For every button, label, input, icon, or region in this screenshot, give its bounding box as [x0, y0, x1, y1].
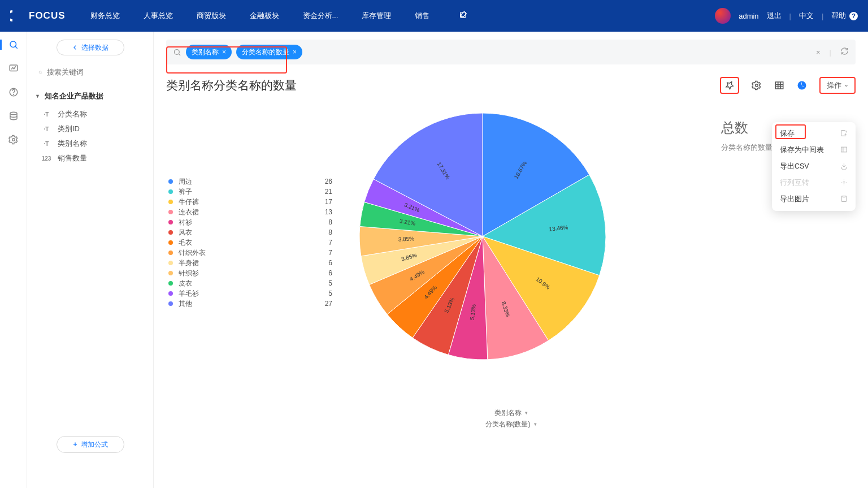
search-icon: [38, 68, 42, 76]
chevron-down-icon: ▾: [525, 407, 528, 418]
nav-links: 财务总览 人事总览 商贸版块 金融板块 资金分析... 库存管理 销售: [90, 11, 468, 21]
legend-item[interactable]: 周边26: [168, 176, 332, 187]
legend-dot: [168, 230, 173, 235]
legend-item[interactable]: 针织外衣7: [168, 248, 332, 258]
axis-row[interactable]: 类别名称▾: [485, 407, 537, 418]
rail-help[interactable]: [0, 87, 27, 97]
field-label: 销售数量: [58, 153, 87, 163]
legend-item[interactable]: 裤子21: [168, 187, 332, 197]
axis-row[interactable]: 分类名称(数量)▾: [485, 418, 537, 430]
table-icon[interactable]: [774, 80, 784, 90]
legend-item[interactable]: 毛衣7: [168, 237, 332, 248]
svg-text:3.85%: 3.85%: [398, 236, 415, 243]
pie-icon[interactable]: [797, 80, 807, 90]
field-row[interactable]: ·T分类名称: [35, 107, 145, 122]
chart-area: 周边26裤子21牛仔裤17连衣裙13衬衫8风衣8毛衣7针织外衣7半身裙6针织衫6…: [166, 100, 856, 439]
legend-dot: [168, 210, 173, 214]
legend-dot: [168, 179, 173, 184]
nav-item[interactable]: 资金分析...: [303, 11, 338, 21]
legend-dot: [168, 200, 173, 204]
svg-point-8: [175, 49, 180, 54]
logo[interactable]: FOCUS: [10, 9, 66, 23]
main-area: 类别名称× 分类名称的数量× × | 类别名称分类名称的数量 操作 保存保存为中…: [154, 32, 868, 488]
rail-data[interactable]: [0, 111, 27, 121]
field-type-icon: ·T: [42, 126, 51, 132]
logo-text: FOCUS: [29, 10, 66, 21]
dropdown-item-icon: [840, 146, 848, 155]
legend-dot: [168, 301, 173, 306]
field-row[interactable]: ·T类别名称: [35, 136, 145, 151]
svg-rect-11: [841, 147, 847, 152]
add-formula-button[interactable]: +增加公式: [57, 436, 124, 453]
legend-item[interactable]: 皮衣5: [168, 278, 332, 288]
caret-down-icon: ▼: [35, 93, 40, 99]
query-chip[interactable]: 分类名称的数量×: [236, 45, 302, 59]
legend-dot: [168, 281, 173, 286]
username[interactable]: admin: [739, 12, 758, 20]
dropdown-item-icon: [840, 179, 848, 188]
pin-icon[interactable]: [720, 77, 739, 94]
edit-icon[interactable]: [459, 11, 468, 21]
field-label: 分类名称: [58, 109, 87, 119]
search-icon: [173, 48, 181, 57]
nav-item[interactable]: 库存管理: [362, 11, 391, 21]
dropdown-item[interactable]: 导出CSV: [772, 158, 856, 175]
nav-item[interactable]: 人事总览: [144, 11, 173, 21]
legend-item[interactable]: 针织衫6: [168, 268, 332, 278]
legend-item[interactable]: 其他27: [168, 299, 332, 309]
dropdown-item-icon: [840, 162, 848, 171]
dropdown-item[interactable]: 保存: [772, 126, 856, 142]
chevron-left-icon: [72, 45, 78, 50]
nav-item[interactable]: 销售: [415, 11, 429, 21]
lang-toggle[interactable]: 中文: [799, 11, 814, 21]
logout-link[interactable]: 退出: [767, 11, 782, 21]
legend-dot: [168, 189, 173, 194]
legend-item[interactable]: 衬衫8: [168, 217, 332, 227]
rail-dashboard[interactable]: [0, 63, 27, 74]
legend-item[interactable]: 半身裙6: [168, 258, 332, 268]
chart-title: 类别名称分类名称的数量: [166, 77, 297, 93]
chip-remove-icon[interactable]: ×: [293, 48, 297, 56]
chevron-down-icon: ▾: [534, 418, 537, 430]
legend-item[interactable]: 风衣8: [168, 227, 332, 237]
legend-dot: [168, 220, 173, 224]
chip-remove-icon[interactable]: ×: [222, 48, 226, 56]
query-bar[interactable]: 类别名称× 分类名称的数量× × |: [166, 40, 856, 64]
help-link[interactable]: 帮助 ?: [831, 11, 858, 21]
legend-item[interactable]: 牛仔裤17: [168, 197, 332, 207]
query-chip[interactable]: 类别名称×: [186, 45, 232, 59]
svg-point-6: [12, 139, 15, 141]
gear-icon[interactable]: [752, 80, 762, 90]
legend-item[interactable]: 羊毛衫5: [168, 288, 332, 299]
legend-dot: [168, 251, 173, 255]
sidebar-search[interactable]: [35, 68, 145, 81]
legend-dot: [168, 240, 173, 245]
field-row[interactable]: ·T类别ID: [35, 122, 145, 136]
pie-chart[interactable]: 16.67%13.46%10.9%8.33%5.13%5.13%4.49%4.4…: [347, 101, 618, 374]
title-row: 类别名称分类名称的数量 操作: [166, 77, 856, 94]
legend-item[interactable]: 连衣裙13: [168, 207, 332, 217]
operate-button[interactable]: 操作: [819, 77, 856, 94]
dropdown-item[interactable]: 保存为中间表: [772, 142, 856, 158]
nav-item[interactable]: 财务总览: [90, 11, 120, 21]
svg-point-5: [10, 112, 17, 115]
field-label: 类别ID: [58, 124, 80, 134]
refresh-icon[interactable]: [840, 47, 849, 57]
dropdown-item[interactable]: 导出图片: [772, 191, 856, 208]
clear-icon[interactable]: ×: [816, 48, 821, 57]
operate-dropdown: 保存保存为中间表导出CSV行列互转导出图片: [772, 122, 856, 211]
rail-search[interactable]: [0, 40, 27, 50]
avatar[interactable]: [715, 8, 731, 24]
svg-point-9: [756, 84, 758, 87]
chevron-down-icon: [844, 83, 849, 88]
nav-item[interactable]: 商贸版块: [197, 11, 226, 21]
select-data-button[interactable]: 选择数据: [57, 40, 124, 55]
dataset-header[interactable]: ▼知名企业产品数据: [35, 91, 145, 101]
field-type-icon: ·T: [42, 111, 51, 118]
field-row[interactable]: 123销售数量: [35, 151, 145, 166]
rail-settings[interactable]: [0, 135, 27, 145]
sidebar-search-input[interactable]: [47, 68, 142, 76]
field-label: 类别名称: [58, 139, 87, 149]
svg-rect-10: [775, 82, 783, 89]
nav-item[interactable]: 金融板块: [250, 11, 279, 21]
